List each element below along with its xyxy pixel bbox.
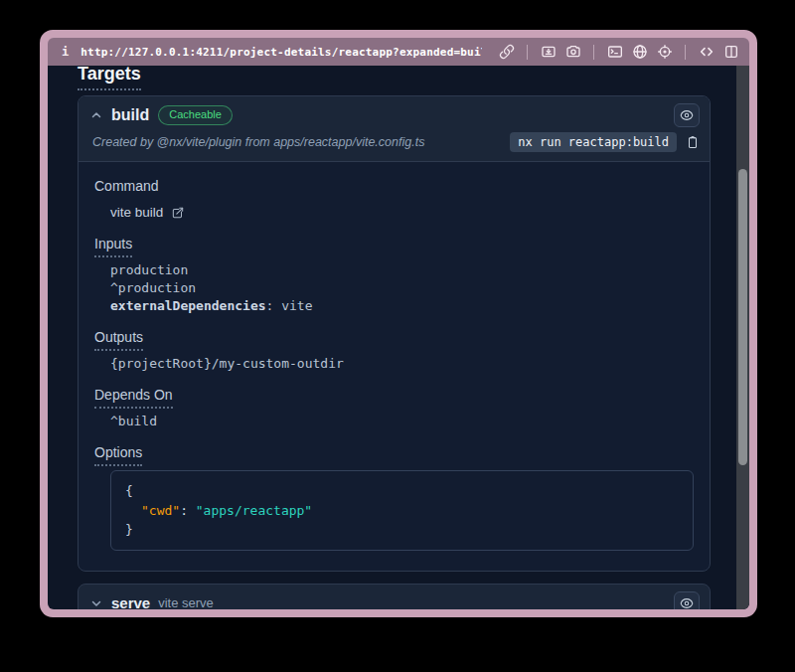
dependson-item: ^build — [110, 413, 694, 430]
toolbar-divider — [593, 45, 594, 60]
browser-toolbar: i http://127.0.0.1:4211/project-details/… — [48, 38, 749, 66]
outputs-list: {projectRoot}/my-custom-outdir — [110, 355, 694, 373]
copy-command-button[interactable] — [686, 135, 700, 149]
dependson-section-label: Depends On — [94, 387, 694, 403]
browser-preview-window: i http://127.0.0.1:4211/project-details/… — [40, 30, 757, 617]
address-url[interactable]: http://127.0.0.1:4211/project-details/re… — [80, 46, 482, 59]
open-command-external-button[interactable] — [171, 206, 185, 220]
json-brace-close: } — [125, 520, 679, 540]
outputs-section-label: Outputs — [94, 329, 694, 345]
options-section-label: Options — [94, 444, 694, 460]
eye-icon — [680, 596, 694, 610]
input-item: production — [110, 261, 694, 279]
save-frame-icon[interactable] — [540, 44, 556, 61]
json-colon: : — [180, 503, 196, 518]
command-section-label: Command — [94, 178, 694, 194]
build-card-header: build Cacheable Created by @nx/vite/plug… — [79, 96, 710, 162]
view-target-graph-button[interactable] — [674, 103, 700, 127]
page-viewport: Targets build Cacheable — [48, 66, 749, 609]
page-title: Targets — [78, 66, 141, 85]
json-key-cwd: "cwd" — [141, 503, 180, 518]
target-card-build: build Cacheable Created by @nx/vite/plug… — [78, 95, 711, 572]
target-name: build — [111, 106, 149, 124]
json-brace-open: { — [125, 481, 679, 501]
targets-heading-tooltip-trigger[interactable]: Targets — [78, 66, 141, 90]
options-tooltip-trigger[interactable]: Options — [94, 444, 142, 466]
dependson-tooltip-trigger[interactable]: Depends On — [94, 387, 173, 409]
dependson-list: ^build — [110, 413, 694, 430]
info-icon: i — [62, 45, 69, 59]
target-name: serve — [111, 594, 150, 609]
camera-icon[interactable] — [564, 44, 581, 61]
chevron-down-icon — [90, 597, 102, 609]
target-card-serve: serve vite serve — [78, 584, 711, 610]
target-icon[interactable] — [656, 44, 673, 61]
scrollbar-track[interactable] — [736, 66, 749, 609]
code-icon[interactable] — [698, 44, 715, 61]
options-code-block: { "cwd": "apps/reactapp" } — [110, 470, 694, 551]
input-item: externalDependencies: vite — [110, 297, 694, 315]
command-value-row: vite build — [110, 204, 694, 222]
run-command-chip: nx run reactapp:build — [510, 132, 677, 152]
chevron-up-icon — [90, 109, 102, 121]
inputs-section-label: Inputs — [94, 236, 694, 252]
json-cwd-line: "cwd": "apps/reactapp" — [125, 501, 679, 521]
json-value-cwd: "apps/reactapp" — [196, 503, 312, 518]
input-key: externalDependencies — [110, 298, 266, 313]
view-target-graph-button[interactable] — [674, 591, 700, 610]
input-key-value: : vite — [266, 298, 313, 313]
toolbar-divider — [527, 45, 528, 60]
input-item: ^production — [110, 279, 694, 297]
split-view-icon[interactable] — [722, 44, 739, 61]
output-item: {projectRoot}/my-custom-outdir — [110, 355, 694, 373]
serve-command-text: vite serve — [158, 595, 214, 609]
globe-icon[interactable] — [631, 44, 648, 61]
build-title-row[interactable]: build Cacheable — [79, 96, 710, 130]
terminal-icon[interactable] — [606, 44, 623, 61]
scrollbar-thumb[interactable] — [738, 169, 747, 465]
cacheable-badge: Cacheable — [158, 105, 233, 125]
toolbar-divider — [685, 45, 686, 60]
command-value: vite build — [110, 204, 163, 222]
outputs-tooltip-trigger[interactable]: Outputs — [94, 329, 143, 351]
created-by-text: Created by @nx/vite/plugin from apps/rea… — [92, 135, 424, 149]
link-icon[interactable] — [498, 44, 515, 61]
inputs-list: production ^production externalDependenc… — [110, 261, 694, 315]
eye-icon — [680, 108, 694, 122]
serve-title-row[interactable]: serve vite serve — [79, 585, 710, 610]
build-createdby-row: Created by @nx/vite/plugin from apps/rea… — [79, 130, 710, 161]
external-link-icon — [171, 206, 185, 220]
inputs-tooltip-trigger[interactable]: Inputs — [94, 236, 132, 257]
build-card-body: Command vite build Inputs production ^pr… — [79, 162, 710, 571]
clipboard-icon — [686, 135, 700, 149]
